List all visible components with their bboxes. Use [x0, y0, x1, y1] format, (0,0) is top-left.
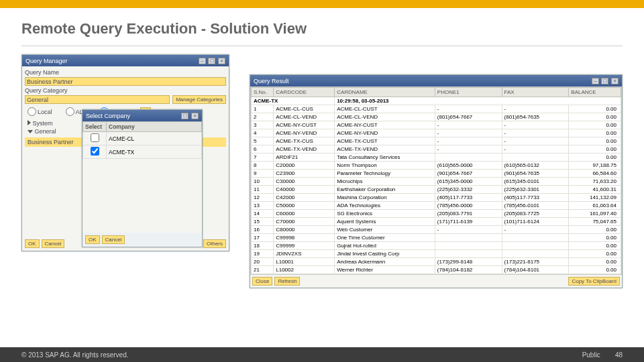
result-row[interactable]: 21L10002Werner Richter(784)104-8182(784)…	[252, 266, 621, 274]
result-cell: 141,132.09	[569, 194, 621, 202]
result-row[interactable]: 17C99998One Time Customer0.00	[252, 234, 621, 242]
result-cell: 13	[252, 202, 274, 210]
close-icon[interactable]: ×	[611, 78, 619, 84]
result-cell: C42000	[274, 194, 335, 202]
select-company-titlebar[interactable]: Select Company □ ×	[83, 110, 202, 121]
result-cell: C60000	[274, 210, 335, 218]
result-row[interactable]: 11C40000Earthshaker Corporation(225)632-…	[252, 186, 621, 194]
result-cell: 161,097.40	[569, 210, 621, 218]
result-col-header[interactable]: CARDCODE	[274, 88, 335, 97]
result-row[interactable]: 18C99999Gujrat Hot-rolled0.00	[252, 242, 621, 250]
result-row[interactable]: 5ACME-TX-CUSACME-TX-CUST--0.00	[252, 137, 621, 145]
result-col-header[interactable]: BALANCE	[569, 88, 621, 97]
qr-close-button[interactable]: Close	[252, 277, 272, 286]
result-cell: (784)104-8182	[435, 266, 502, 274]
close-icon[interactable]: ×	[218, 58, 225, 64]
result-cell: 66,584.60	[569, 170, 621, 178]
result-col-header[interactable]: PHONE1	[435, 88, 502, 97]
result-row[interactable]: 19JDINV2XSJindal Invest Casting Corp0.00	[252, 250, 621, 258]
result-row[interactable]: 3ACME-NY-CUSTACME-NY-CUST--0.00	[252, 121, 621, 129]
result-cell: (901)654-7635	[502, 170, 569, 178]
col-company: Company	[107, 122, 202, 132]
radio-local[interactable]: Local	[28, 107, 52, 116]
result-cell: ACME-CL-VEND	[274, 113, 335, 121]
manage-categories-button[interactable]: Manage Categories	[172, 95, 226, 104]
result-row[interactable]: 7ARDIF21Tata Consultancy Services0.00	[252, 154, 621, 162]
sc-cancel-button[interactable]: Cancel	[102, 235, 125, 244]
result-cell: -	[502, 137, 569, 145]
qm-others-button[interactable]: Others	[203, 239, 226, 248]
result-cell: 61,063.64	[569, 202, 621, 210]
result-cell: -	[435, 137, 502, 145]
query-category-field[interactable]: General	[25, 95, 170, 104]
result-row[interactable]: 1ACME-CL-CUSACME-CL-CUST--0.00	[252, 105, 621, 113]
result-cell: 7	[252, 154, 274, 162]
result-cell: 20	[252, 258, 274, 266]
qr-refresh-button[interactable]: Refresh	[274, 277, 300, 286]
result-cell: -	[435, 129, 502, 137]
result-row[interactable]: 2ACME-CL-VENDACME-CL-VEND(801)654-7667(8…	[252, 113, 621, 121]
query-name-field[interactable]: Business Partner	[25, 77, 226, 86]
copyright-text: © 2013 SAP AG. All rights reserved.	[21, 351, 129, 359]
query-result-titlebar[interactable]: Query Result – □ ×	[250, 75, 622, 86]
result-col-header[interactable]: S.No.	[252, 88, 274, 97]
result-cell	[502, 234, 569, 242]
page-heading: Remote Query Execution - Solution View	[0, 8, 644, 46]
result-row[interactable]: 12C42000Mashina Corporation(405)117-7733…	[252, 194, 621, 202]
result-cell: (610)565-0132	[502, 162, 569, 170]
result-cell: (785)456-0101	[502, 202, 569, 210]
result-row[interactable]: 4ACME-NY-VENDACME-NY-VEND--0.00	[252, 129, 621, 137]
sc-ok-button[interactable]: OK	[85, 235, 100, 244]
result-cell: -	[502, 129, 569, 137]
query-name-label: Query Name	[25, 69, 75, 76]
qm-ok-button[interactable]: OK	[25, 239, 40, 248]
result-cell: 15	[252, 218, 274, 226]
result-cell: 12	[252, 194, 274, 202]
result-cell: 0.00	[569, 129, 621, 137]
qm-cancel-button[interactable]: Cancel	[42, 239, 65, 248]
qr-copy-button[interactable]: Copy To ClipBoard	[568, 277, 620, 286]
result-row[interactable]: 16C80000Web Customer--0.00	[252, 226, 621, 234]
minimize-icon[interactable]: –	[592, 78, 599, 84]
result-row[interactable]: 8C20000Norm Thompson(610)565-0000(610)56…	[252, 162, 621, 170]
company-row[interactable]: ACME-TX	[83, 145, 202, 159]
result-col-header[interactable]: FAX	[502, 88, 569, 97]
result-cell: Earthshaker Corporation	[335, 186, 435, 194]
result-meta-company: ACME-TX	[252, 97, 335, 105]
close-icon[interactable]: ×	[191, 113, 199, 119]
query-result-title: Query Result	[254, 78, 289, 84]
result-cell: -	[435, 121, 502, 129]
result-cell: (405)117-7733	[435, 194, 502, 202]
maximize-icon[interactable]: □	[601, 78, 608, 84]
maximize-icon[interactable]: □	[181, 113, 189, 119]
result-cell: 4	[252, 129, 274, 137]
company-row[interactable]: ACME-CL	[83, 132, 202, 145]
result-cell: -	[502, 226, 569, 234]
result-cell: 3	[252, 121, 274, 129]
result-cell: 16	[252, 226, 274, 234]
result-cell: ADA Technologies	[335, 202, 435, 210]
result-row[interactable]: 15C70000Aquent Systems(171)711-6139(101)…	[252, 218, 621, 226]
result-row[interactable]: 10C30000Microchips(615)345-0000(615)345-…	[252, 178, 621, 186]
result-cell: 8	[252, 162, 274, 170]
result-cell: (615)345-0101	[502, 178, 569, 186]
result-cell: L10001	[274, 258, 335, 266]
result-cell: (171)711-6139	[435, 218, 502, 226]
result-cell: 0.00	[569, 242, 621, 250]
result-row[interactable]: 13C50000ADA Technologies(785)456-0000(78…	[252, 202, 621, 210]
result-row[interactable]: 9C23900Parameter Technology(901)654-7667…	[252, 170, 621, 178]
result-cell: ACME-TX-VEND	[274, 145, 335, 154]
result-cell: 10	[252, 178, 274, 186]
result-cell: Andreas Ackermann	[335, 258, 435, 266]
company-checkbox[interactable]	[91, 147, 99, 156]
result-cell: ACME-NY-VEND	[274, 129, 335, 137]
result-col-header[interactable]: CARDNAME	[335, 88, 435, 97]
company-checkbox[interactable]	[91, 133, 99, 142]
minimize-icon[interactable]: –	[199, 58, 206, 64]
result-row[interactable]: 20L10001Andreas Ackermann(173)299-8148(1…	[252, 258, 621, 266]
maximize-icon[interactable]: □	[208, 58, 215, 64]
result-row[interactable]: 14C60000SG Electronics(205)083-7791(205)…	[252, 210, 621, 218]
query-manager-titlebar[interactable]: Query Manager – □ ×	[22, 55, 229, 66]
result-cell: (173)299-8148	[435, 258, 502, 266]
result-row[interactable]: 6ACME-TX-VENDACME-TX-VEND--0.00	[252, 145, 621, 154]
